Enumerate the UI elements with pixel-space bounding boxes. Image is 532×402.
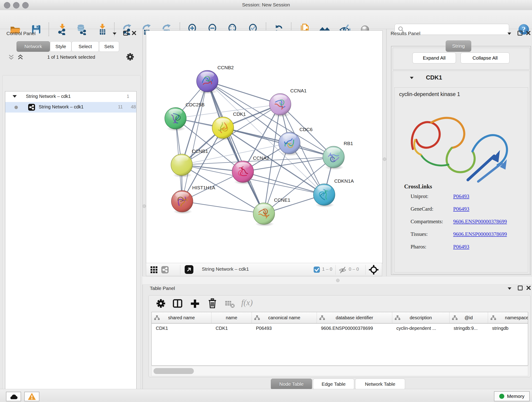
crosslink-link[interactable]: 9606.ENSP00000378699 bbox=[453, 219, 507, 225]
splitter-handle[interactable] bbox=[143, 204, 146, 208]
scrollbar-thumb[interactable] bbox=[153, 368, 194, 374]
show-columns-icon[interactable] bbox=[172, 299, 183, 308]
network-node-RB1[interactable] bbox=[323, 146, 344, 170]
memory-button[interactable]: Memory bbox=[494, 391, 530, 401]
toolbar-separator bbox=[336, 265, 336, 274]
tab-network[interactable]: Network bbox=[17, 41, 50, 52]
cloud-icon bbox=[9, 393, 18, 400]
toolbar-separator bbox=[365, 265, 366, 274]
network-node-CCNE1[interactable] bbox=[253, 203, 275, 226]
fit-selected-crosshair-icon[interactable] bbox=[369, 265, 379, 275]
column-header-database-identifier[interactable]: database identifier bbox=[317, 312, 392, 323]
node-table[interactable]: shared namenamecanonical namedatabase id… bbox=[152, 312, 528, 366]
hidden-eye-slash-icon bbox=[339, 266, 347, 274]
crosslink-link[interactable]: 9606.ENSP00000378699 bbox=[453, 231, 507, 237]
network-node-CCNB1[interactable] bbox=[171, 154, 192, 178]
collection-expand-caret-icon[interactable] bbox=[13, 95, 17, 98]
close-panel-icon[interactable] bbox=[526, 31, 531, 36]
column-header-namespace[interactable]: namespace bbox=[488, 312, 528, 323]
table-cell: stringdb:9... bbox=[450, 323, 488, 333]
panel-menu-caret-icon[interactable] bbox=[508, 287, 511, 290]
tab-sets[interactable]: Sets bbox=[99, 41, 119, 52]
float-panel-icon[interactable] bbox=[123, 31, 128, 36]
share-network-icon[interactable] bbox=[161, 266, 169, 274]
tab-edge-table[interactable]: Edge Table bbox=[313, 379, 354, 390]
network-view-canvas[interactable]: CCNB2CCNA1CDC25BCDK1CDC6RB1CCNB1CCNA2CDK… bbox=[146, 31, 383, 263]
network-edge-CCNB2-HIST1H1A[interactable] bbox=[182, 81, 207, 201]
cloud-status-button[interactable] bbox=[6, 392, 21, 401]
network-node-CDC25B[interactable] bbox=[165, 108, 186, 131]
network-node-CCNA2[interactable] bbox=[232, 161, 254, 185]
crosslink-row: GeneCard:P06493 bbox=[394, 206, 528, 219]
status-bar: Memory bbox=[0, 389, 532, 402]
horizontal-splitter[interactable] bbox=[143, 276, 532, 285]
entry-collapse-caret-icon[interactable] bbox=[410, 77, 413, 79]
selected-checkbox-icon[interactable] bbox=[314, 267, 320, 273]
column-header-canonical-name[interactable]: canonical name bbox=[252, 312, 317, 323]
splitter-handle[interactable] bbox=[336, 279, 340, 282]
tab-select[interactable]: Select bbox=[71, 41, 99, 52]
node-table-container: f(x) shared namenamecanonical namedataba… bbox=[148, 295, 531, 377]
network-node-CDK1[interactable] bbox=[212, 117, 234, 140]
splitter-handle[interactable] bbox=[383, 157, 386, 161]
network-edge-CDK1-RB1[interactable] bbox=[223, 128, 334, 157]
column-header-@id[interactable]: @id bbox=[450, 312, 488, 323]
delete-column-trash-icon[interactable] bbox=[207, 298, 217, 309]
results-tab-string[interactable]: String bbox=[446, 40, 471, 52]
selected-node-edge-counts: 1 – 0 bbox=[322, 267, 332, 272]
network-node-HIST1H1A[interactable] bbox=[171, 191, 193, 214]
collection-label: String Network – cdk1 bbox=[26, 94, 71, 99]
network-collection-row[interactable]: String Network – cdk1 1 bbox=[5, 91, 136, 102]
crosslink-row: Compartments:9606.ENSP00000378699 bbox=[394, 219, 528, 231]
table-settings-gear-icon[interactable] bbox=[156, 299, 166, 308]
main-toolbar: ? bbox=[0, 10, 532, 29]
network-node-CDC6[interactable] bbox=[279, 132, 300, 156]
float-panel-icon[interactable] bbox=[518, 31, 522, 36]
crosslink-link[interactable]: P06493 bbox=[453, 206, 469, 212]
window-title: Session: New Session bbox=[0, 2, 532, 7]
table-cell: cyclin-dependent ... bbox=[392, 323, 450, 333]
crosslink-link[interactable]: P06493 bbox=[453, 193, 469, 199]
hidden-node-edge-counts: 0 – 0 bbox=[349, 267, 359, 272]
table-cell: 9606.ENSP00000378699 bbox=[317, 323, 392, 333]
network-node-CCNB2[interactable] bbox=[196, 70, 218, 94]
column-header-shared-name[interactable]: shared name bbox=[152, 312, 211, 323]
expand-all-button[interactable]: Expand All bbox=[412, 52, 456, 64]
close-panel-icon[interactable] bbox=[526, 285, 531, 290]
network-edge-HIST1H1A-CCNE1[interactable] bbox=[182, 201, 264, 214]
panel-menu-caret-icon[interactable] bbox=[113, 32, 116, 35]
network-node-CCNA1[interactable] bbox=[269, 94, 291, 117]
create-column-plus-icon[interactable] bbox=[190, 299, 200, 309]
collapse-all-button[interactable]: Collapse All bbox=[461, 52, 510, 64]
network-node-count: 11 bbox=[118, 104, 123, 109]
panel-menu-caret-icon[interactable] bbox=[507, 32, 511, 35]
crosslink-row: Uniprot:P06493 bbox=[394, 193, 528, 206]
network-edge-CCNB2-CCNE1[interactable] bbox=[207, 81, 264, 214]
control-panel: Control Panel NetworkStyleSelectSets 1 o… bbox=[0, 29, 143, 389]
tab-network-table[interactable]: Network Table bbox=[355, 379, 405, 390]
column-label: canonical name bbox=[268, 315, 300, 320]
warnings-button[interactable] bbox=[24, 392, 39, 401]
open-in-new-window-icon[interactable] bbox=[185, 265, 193, 274]
node-label-CCNB1: CCNB1 bbox=[192, 148, 208, 154]
crosslink-link[interactable]: P06493 bbox=[453, 244, 469, 250]
network-node-CDKN1A[interactable] bbox=[313, 184, 335, 207]
crosslink-row: Pharos:P06493 bbox=[394, 244, 528, 256]
network-edge-CCNB2-CCNA1[interactable] bbox=[207, 81, 280, 104]
crosslink-label: Uniprot: bbox=[411, 193, 428, 199]
application-window: Session: New Session bbox=[0, 0, 532, 402]
column-header-description[interactable]: description bbox=[392, 312, 450, 323]
table-row[interactable]: CDK1CDK1P064939606.ENSP00000378699cyclin… bbox=[152, 323, 528, 333]
network-row-selected[interactable]: String Network – cdk1 11 48 bbox=[5, 102, 136, 113]
toolbar-separator bbox=[180, 265, 180, 274]
birdseye-grid-icon[interactable] bbox=[150, 266, 158, 274]
float-panel-icon[interactable] bbox=[518, 286, 523, 290]
memory-status-dot bbox=[499, 394, 504, 399]
string-network-graph[interactable]: CCNB2CCNA1CDC25BCDK1CDC6RB1CCNB1CCNA2CDK… bbox=[146, 31, 382, 263]
tab-style[interactable]: Style bbox=[50, 41, 71, 52]
table-horizontal-scrollbar[interactable] bbox=[152, 366, 528, 376]
close-panel-icon[interactable] bbox=[132, 31, 137, 36]
tab-node-table[interactable]: Node Table bbox=[271, 379, 312, 390]
network-options-gear-icon[interactable] bbox=[126, 53, 134, 61]
column-header-name[interactable]: name bbox=[211, 312, 252, 323]
